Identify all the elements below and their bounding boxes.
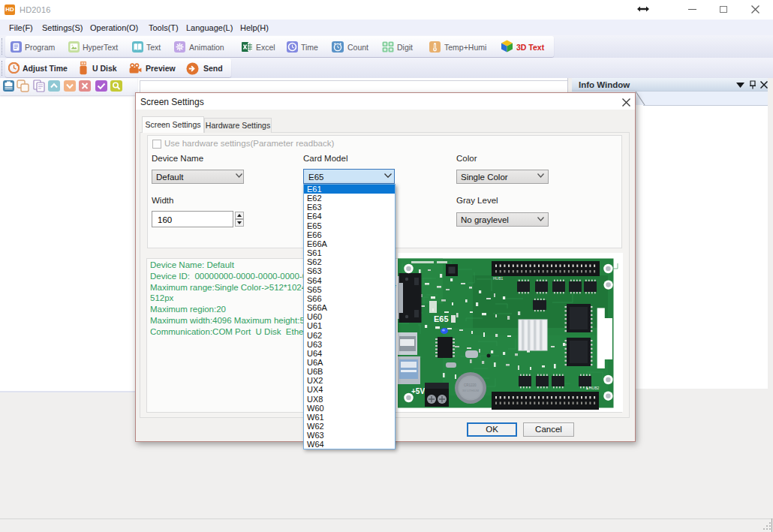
svg-text:HUB1: HUB1 (493, 276, 504, 281)
svg-text:E65: E65 (434, 314, 449, 323)
svg-text:+5V: +5V (411, 387, 425, 395)
svg-text:CR1220: CR1220 (464, 383, 477, 387)
svg-text:3V LITHIUM: 3V LITHIUM (462, 389, 479, 392)
